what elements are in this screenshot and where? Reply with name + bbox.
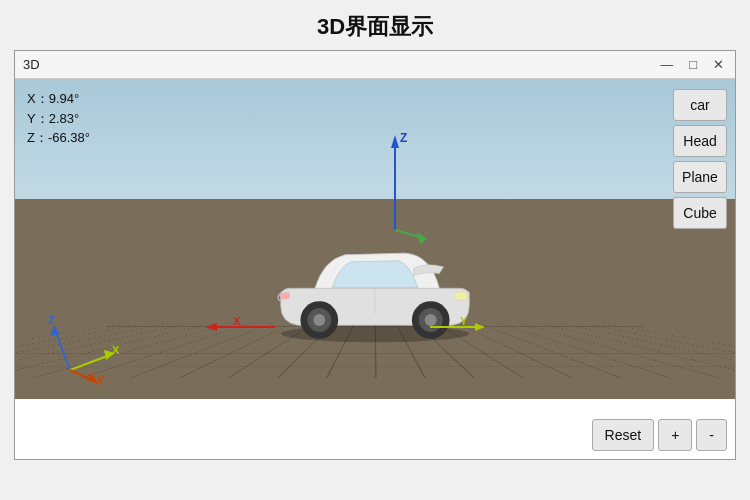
zoom-in-button[interactable]: +	[658, 419, 692, 451]
y-coord: Y：2.83°	[27, 109, 90, 129]
minimize-button[interactable]: —	[657, 57, 676, 72]
window-controls: — □ ✕	[657, 57, 727, 72]
side-buttons-panel: car Head Plane Cube	[673, 89, 735, 229]
svg-point-8	[313, 314, 325, 326]
svg-text:Y: Y	[97, 374, 105, 385]
close-button[interactable]: ✕	[710, 57, 727, 72]
x-axis-indicator: X	[195, 317, 275, 341]
plane-button[interactable]: Plane	[673, 161, 727, 193]
cube-button[interactable]: Cube	[673, 197, 727, 229]
svg-text:X: X	[112, 344, 120, 356]
maximize-button[interactable]: □	[686, 57, 700, 72]
head-button[interactable]: Head	[673, 125, 727, 157]
titlebar: 3D — □ ✕	[15, 51, 735, 79]
x-coord: X：9.94°	[27, 89, 90, 109]
svg-point-13	[280, 293, 290, 300]
svg-marker-16	[475, 323, 485, 331]
svg-marker-19	[205, 323, 217, 331]
reset-button[interactable]: Reset	[592, 419, 655, 451]
3d-viewport[interactable]: X：9.94° Y：2.83° Z：-66.38° Z	[15, 79, 735, 459]
corner-axes: Z X Y	[45, 305, 125, 389]
svg-text:Y: Y	[460, 317, 468, 327]
window-title: 3D	[23, 57, 40, 72]
svg-marker-1	[391, 135, 399, 148]
y-axis-indicator: Y	[430, 317, 490, 341]
z-coord: Z：-66.38°	[27, 128, 90, 148]
page-title: 3D界面显示	[0, 0, 750, 50]
zoom-out-button[interactable]: -	[696, 419, 727, 451]
svg-text:Z: Z	[400, 131, 407, 145]
svg-marker-22	[50, 325, 60, 336]
svg-line-21	[55, 330, 70, 370]
coordinates-display: X：9.94° Y：2.83° Z：-66.38°	[27, 89, 90, 148]
svg-text:Z: Z	[48, 314, 55, 326]
car-button[interactable]: car	[673, 89, 727, 121]
svg-line-24	[70, 355, 110, 370]
bottom-toolbar: Reset + -	[592, 419, 727, 451]
3d-window: 3D — □ ✕ X：9.94° Y：2.83° Z：-66.38° Z	[14, 50, 736, 460]
svg-text:X: X	[233, 317, 241, 327]
svg-point-12	[454, 292, 468, 301]
